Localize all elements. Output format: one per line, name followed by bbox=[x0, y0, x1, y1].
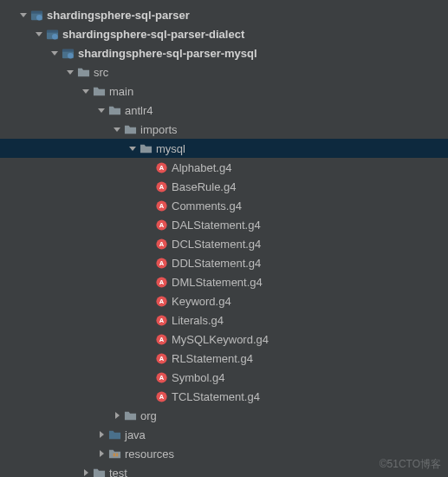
tree-label: Alphabet.g4 bbox=[172, 161, 231, 174]
tree-label: DMLStatement.g4 bbox=[172, 276, 263, 289]
svg-point-5 bbox=[52, 34, 58, 40]
antlr-file-icon: A bbox=[154, 294, 168, 308]
svg-rect-7 bbox=[62, 49, 73, 51]
antlr-file-icon: A bbox=[154, 351, 168, 365]
antlr-file-icon: A bbox=[154, 256, 168, 270]
svg-point-8 bbox=[68, 53, 74, 59]
tree-row-file[interactable]: AKeyword.g4 bbox=[0, 291, 448, 310]
antlr-file-icon: A bbox=[154, 237, 168, 251]
folder-icon bbox=[107, 103, 121, 117]
chevron-down-icon[interactable] bbox=[95, 107, 107, 114]
tree-row-file[interactable]: ATCLStatement.g4 bbox=[0, 387, 448, 406]
tree-row-file[interactable]: AComments.g4 bbox=[0, 196, 448, 215]
tree-row-folder[interactable]: antlr4 bbox=[0, 101, 448, 120]
chevron-down-icon[interactable] bbox=[64, 69, 76, 75]
chevron-right-icon[interactable] bbox=[111, 412, 123, 419]
svg-text:A: A bbox=[159, 221, 164, 229]
tree-label: java bbox=[125, 428, 146, 441]
tree-row-folder[interactable]: src bbox=[0, 62, 448, 82]
svg-text:A: A bbox=[159, 164, 164, 172]
tree-row-file[interactable]: ADMLStatement.g4 bbox=[0, 272, 448, 291]
svg-rect-36 bbox=[115, 453, 117, 456]
tree-row-file[interactable]: ASymbol.g4 bbox=[0, 368, 448, 387]
chevron-down-icon[interactable] bbox=[111, 126, 123, 133]
folder-icon bbox=[139, 141, 153, 155]
tree-label: shardingsphere-sql-parser-mysql bbox=[78, 47, 257, 60]
chevron-down-icon[interactable] bbox=[127, 145, 139, 152]
tree-label: main bbox=[109, 85, 133, 98]
tree-row-folder[interactable]: org bbox=[0, 406, 448, 425]
antlr-file-icon: A bbox=[154, 275, 168, 289]
tree-label: Literals.g4 bbox=[172, 314, 224, 327]
chevron-down-icon[interactable] bbox=[33, 30, 45, 37]
antlr-file-icon: A bbox=[154, 199, 168, 212]
chevron-down-icon[interactable] bbox=[17, 11, 29, 18]
folder-icon bbox=[76, 65, 90, 79]
tree-row-file[interactable]: ARLStatement.g4 bbox=[0, 349, 448, 368]
source-folder-icon bbox=[107, 428, 121, 441]
tree-label: TCLStatement.g4 bbox=[172, 390, 260, 403]
svg-point-2 bbox=[36, 15, 42, 21]
folder-icon bbox=[123, 408, 137, 422]
tree-label: resources bbox=[125, 448, 174, 461]
module-icon bbox=[61, 46, 75, 60]
project-tree[interactable]: shardingsphere-sql-parser shardingsphere… bbox=[0, 0, 448, 477]
folder-icon bbox=[92, 466, 106, 477]
chevron-down-icon[interactable] bbox=[49, 49, 61, 56]
tree-label: BaseRule.g4 bbox=[172, 180, 236, 193]
svg-text:A: A bbox=[159, 393, 164, 401]
antlr-file-icon: A bbox=[154, 180, 168, 193]
tree-row-folder-selected[interactable]: mysql bbox=[0, 139, 448, 158]
antlr-file-icon: A bbox=[154, 370, 168, 384]
folder-icon bbox=[123, 122, 137, 136]
tree-row-file[interactable]: ADCLStatement.g4 bbox=[0, 234, 448, 253]
svg-text:A: A bbox=[159, 317, 164, 324]
tree-row-file[interactable]: AMySQLKeyword.g4 bbox=[0, 330, 448, 349]
chevron-down-icon[interactable] bbox=[80, 88, 92, 95]
watermark-text: ©51CTO博客 bbox=[380, 457, 441, 472]
tree-row-folder[interactable]: imports bbox=[0, 120, 448, 139]
tree-row-file[interactable]: ALiterals.g4 bbox=[0, 310, 448, 330]
tree-row-folder[interactable]: main bbox=[0, 82, 448, 101]
chevron-right-icon[interactable] bbox=[80, 469, 92, 476]
folder-icon bbox=[92, 84, 106, 98]
tree-label: Symbol.g4 bbox=[172, 371, 224, 384]
svg-text:A: A bbox=[159, 336, 164, 343]
module-icon bbox=[29, 8, 43, 22]
tree-label: src bbox=[94, 66, 108, 79]
tree-row-module[interactable]: shardingsphere-sql-parser-mysql bbox=[0, 43, 448, 62]
tree-label: RLStatement.g4 bbox=[172, 352, 253, 365]
tree-row-module[interactable]: shardingsphere-sql-parser-dialect bbox=[0, 24, 448, 43]
antlr-file-icon: A bbox=[154, 218, 168, 232]
svg-text:A: A bbox=[159, 374, 164, 382]
svg-text:A: A bbox=[159, 355, 164, 363]
antlr-file-icon: A bbox=[154, 389, 168, 403]
svg-rect-1 bbox=[30, 10, 42, 13]
chevron-right-icon[interactable] bbox=[95, 431, 107, 438]
tree-row-folder[interactable]: java bbox=[0, 425, 448, 444]
svg-text:A: A bbox=[159, 278, 164, 286]
tree-row-file[interactable]: AAlphabet.g4 bbox=[0, 158, 448, 177]
svg-text:A: A bbox=[159, 259, 164, 267]
tree-label: DCLStatement.g4 bbox=[172, 238, 261, 251]
svg-text:A: A bbox=[159, 183, 164, 191]
tree-label: Keyword.g4 bbox=[172, 295, 231, 308]
tree-row-file[interactable]: ADALStatement.g4 bbox=[0, 215, 448, 234]
tree-label: test bbox=[109, 467, 127, 478]
svg-rect-35 bbox=[113, 453, 114, 456]
svg-text:A: A bbox=[159, 202, 164, 210]
tree-label: org bbox=[140, 409, 157, 422]
tree-row-file[interactable]: ABaseRule.g4 bbox=[0, 177, 448, 196]
module-icon bbox=[45, 27, 59, 41]
tree-label: MySQLKeyword.g4 bbox=[172, 333, 269, 346]
tree-label: DDLStatement.g4 bbox=[172, 257, 261, 270]
chevron-right-icon[interactable] bbox=[95, 450, 107, 457]
tree-label: antlr4 bbox=[125, 104, 153, 117]
tree-row-file[interactable]: ADDLStatement.g4 bbox=[0, 253, 448, 272]
resources-folder-icon bbox=[107, 447, 121, 461]
tree-row-module[interactable]: shardingsphere-sql-parser bbox=[0, 5, 448, 24]
tree-label: DALStatement.g4 bbox=[172, 219, 261, 232]
tree-label: Comments.g4 bbox=[172, 199, 242, 212]
antlr-file-icon: A bbox=[154, 160, 168, 174]
tree-label: shardingsphere-sql-parser bbox=[47, 9, 190, 22]
